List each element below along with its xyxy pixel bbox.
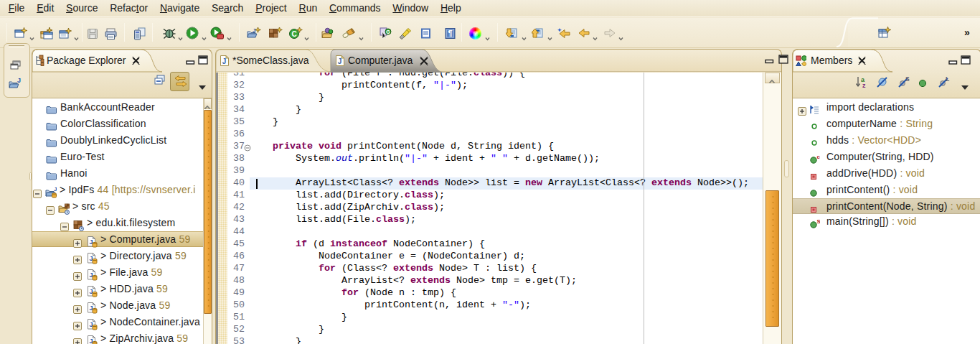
svg-text:G: G [386, 29, 390, 34]
svg-text:J: J [222, 57, 227, 65]
svg-text:S: S [817, 218, 821, 225]
svg-text:C: C [291, 30, 296, 38]
svg-text:J: J [253, 27, 255, 34]
svg-text:J: J [17, 77, 21, 84]
svg-text:J: J [338, 57, 342, 65]
svg-text:L: L [946, 75, 949, 83]
svg-text:S: S [905, 75, 910, 83]
svg-text:c: c [817, 154, 821, 160]
svg-text:J: J [54, 187, 57, 192]
svg-text:z: z [862, 82, 866, 88]
svg-text:¶: ¶ [448, 29, 452, 37]
